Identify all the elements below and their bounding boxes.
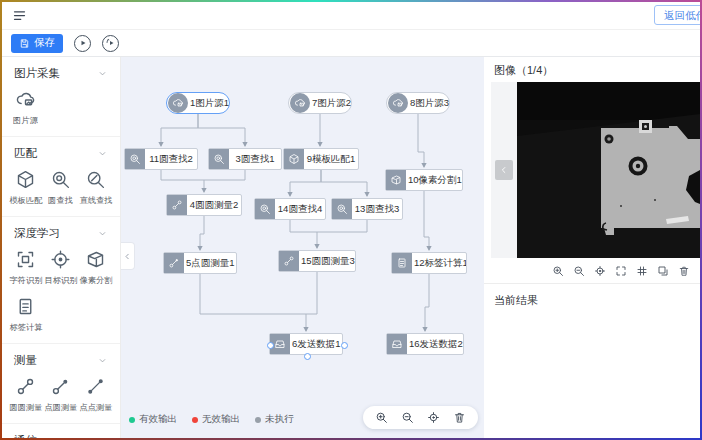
node-icon-cell [387,334,407,354]
sidebar-tool-模板匹配[interactable]: 模板匹配 [8,169,43,207]
legend-dot [129,417,135,423]
sidebar-section-header[interactable]: 测量 [2,349,120,370]
chevron-down-icon [97,68,108,79]
sidebar-tool-label: 圆查找 [48,195,73,207]
result-panel-title: 当前结果 [484,284,700,317]
trash-icon[interactable] [678,265,690,277]
sidebar-tool-点圆测量[interactable]: 点圆测量 [43,376,78,414]
flow-node-4圆圆测量2[interactable]: 4圆圆测量2 [166,194,242,216]
zoom-in-icon[interactable] [375,411,388,424]
back-to-lowcode-button[interactable]: 返回低代 [654,5,700,25]
flow-canvas[interactable]: 有效输出无效输出未执行 1图片源17图片源28图片源311圆查找23圆查找19模… [121,57,484,438]
sidebar-tool-label: 直线查找 [79,195,112,207]
sidebar: 图片采集图片源匹配模板匹配圆查找直线查找深度学习字符识别目标识别像素分割标签计算… [2,57,121,438]
viewer-toolbar [484,258,700,284]
node-icon-cell [125,149,145,169]
sidebar-section-header[interactable]: 匹配 [2,142,120,163]
compare-icon[interactable] [657,265,669,277]
node-label: 12标签计算1 [412,257,466,270]
sidebar-section-items: 字符识别目标识别像素分割标签计算 [2,243,120,334]
flow-node-10像素分割1[interactable]: 10像素分割1 [385,169,463,191]
flow-node-15圆圆测量3[interactable]: 15圆圆测量3 [278,250,356,272]
locate-icon[interactable] [427,411,440,424]
segment-icon [85,249,106,270]
flow-node-13圆查找3[interactable]: 13圆查找3 [331,198,403,220]
action-toolbar: 保存 [2,30,700,57]
grid-icon[interactable] [636,265,648,277]
node-label: 14圆查找4 [275,203,325,216]
menu-icon[interactable] [12,8,27,23]
sidebar-section-items: 模板匹配圆查找直线查找 [2,163,120,207]
zoom-in-icon[interactable] [552,265,564,277]
cloud-image-icon [172,97,184,109]
node-connection-handle[interactable] [341,342,348,349]
sidebar-section-header[interactable]: 图片采集 [2,62,120,83]
sidebar-section-items: 图片源 [2,83,120,127]
sidebar-tool-label: 图片源 [13,115,38,127]
flow-node-14圆查找4[interactable]: 14圆查找4 [254,198,326,220]
zoom-out-icon[interactable] [573,265,585,277]
flow-node-5点圆测量1[interactable]: 5点圆测量1 [163,252,237,274]
sidebar-section-title: 深度学习 [14,226,60,241]
node-connection-handle[interactable] [267,342,274,349]
locate-icon[interactable] [594,265,606,277]
doc-icon [15,296,36,317]
flow-node-16发送数据2[interactable]: 16发送数据2 [386,333,464,355]
doc-icon [396,257,408,269]
flow-node-6发送数据1[interactable]: 6发送数据1 [269,333,343,355]
sidebar-section: 通信tcp [2,424,120,438]
node-label: 15圆圆测量3 [299,255,355,268]
find-circle-icon [129,153,141,165]
prev-image-button[interactable] [495,160,513,180]
sidebar-tool-图片源[interactable]: 图片源 [8,89,43,127]
canvas-zoom-toolbar [363,406,478,429]
legend-item: 无效输出 [192,413,240,426]
segment-icon [390,174,402,186]
cube-icon [15,169,36,190]
flow-node-7图片源2[interactable]: 7图片源2 [288,92,352,114]
zoom-out-icon[interactable] [401,411,414,424]
node-icon-cell [290,93,310,113]
legend-dot [192,417,198,423]
sidebar-section-header[interactable]: 深度学习 [2,222,120,243]
node-label: 6发送数据1 [290,338,342,351]
find-circle-icon [50,169,71,190]
sidebar-section-header[interactable]: 通信 [2,429,120,438]
sidebar-tool-字符识别[interactable]: 字符识别 [8,249,43,287]
status-legend: 有效输出无效输出未执行 [129,413,294,426]
sidebar-tool-像素分割[interactable]: 像素分割 [78,249,113,287]
save-button[interactable]: 保存 [11,34,63,53]
fullscreen-icon[interactable] [615,265,627,277]
sidebar-tool-圆查找[interactable]: 圆查找 [43,169,78,207]
sidebar-tool-圆圆测量[interactable]: 圆圆测量 [8,376,43,414]
step-run-button[interactable] [102,35,119,52]
flow-node-9模板匹配1[interactable]: 9模板匹配1 [283,148,359,170]
flow-node-1图片源1[interactable]: 1图片源1 [166,92,230,114]
find-circle-icon [213,153,225,165]
flow-node-8图片源3[interactable]: 8图片源3 [386,92,450,114]
sidebar-tool-目标识别[interactable]: 目标识别 [43,249,78,287]
sidebar-tool-label: 点圆测量 [44,402,77,414]
node-icon-cell [388,93,408,113]
send-icon [391,338,403,350]
node-icon-cell [332,199,352,219]
node-label: 9模板匹配1 [304,153,358,166]
sidebar-tool-直线查找[interactable]: 直线查找 [78,169,113,207]
flow-node-12标签计算1[interactable]: 12标签计算1 [391,252,467,274]
node-connection-handle[interactable] [304,353,311,360]
trash-icon[interactable] [453,411,466,424]
flow-node-11圆查找2[interactable]: 11圆查找2 [124,148,198,170]
node-icon-cell [167,195,187,215]
sidebar-tool-标签计算[interactable]: 标签计算 [8,296,43,334]
frame-border-top [0,0,702,2]
inspection-image[interactable] [517,82,700,258]
image-nav-strip [491,82,517,258]
run-button[interactable] [74,35,91,52]
sidebar-section-items: 圆圆测量点圆测量点点测量 [2,370,120,414]
chevron-left-icon [499,165,509,175]
sidebar-tool-点点测量[interactable]: 点点测量 [78,376,113,414]
node-icon-cell [164,253,184,273]
sidebar-collapse-handle[interactable] [121,242,135,270]
node-label: 11圆查找2 [145,153,197,166]
flow-node-3圆查找1[interactable]: 3圆查找1 [208,148,282,170]
